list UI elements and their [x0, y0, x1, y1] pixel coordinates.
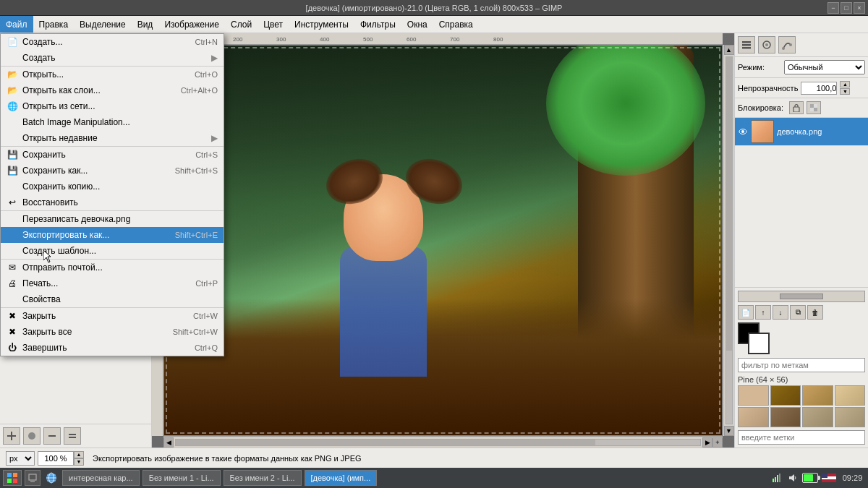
menu-open-location-item[interactable]: 🌐 Открыть из сети...	[1, 98, 224, 114]
h-scroll-track[interactable]	[175, 439, 701, 446]
menu-recent-item[interactable]: Открыть недавние ▶	[1, 130, 224, 146]
menu-open-item[interactable]: 📂 Открыть... Ctrl+O	[1, 67, 224, 82]
layer-item[interactable]: девочка.png	[735, 118, 868, 146]
mode-select[interactable]: Обычный Растворение Умножение	[784, 60, 865, 74]
layers-scroll-area[interactable]	[738, 291, 865, 302]
layer-dup-btn[interactable]: ⧉	[790, 305, 806, 320]
layer-lower-btn[interactable]: ↓	[773, 305, 788, 320]
network-icon[interactable]	[770, 471, 783, 484]
menu-quit-item[interactable]: ⏻ Завершить Ctrl+Q	[1, 340, 224, 356]
unit-select[interactable]: px mm	[6, 451, 35, 466]
close-button[interactable]: ×	[854, 2, 865, 14]
h-scrollbar[interactable]: ◀ ▶ +	[163, 436, 723, 448]
taskbar-show-desktop[interactable]	[25, 470, 41, 486]
opacity-input[interactable]	[801, 82, 837, 95]
svg-rect-17	[814, 108, 817, 111]
menu-filters[interactable]: Фильтры	[354, 16, 401, 33]
layers-area: девочка.png	[735, 118, 868, 287]
layer-visibility-icon[interactable]	[738, 127, 748, 137]
add-layer-btn[interactable]	[3, 427, 20, 445]
menu-file[interactable]: Файл	[0, 16, 33, 33]
taskbar-browser-icon[interactable]	[43, 470, 59, 486]
texture-cell-6[interactable]	[770, 407, 801, 427]
menu-layer[interactable]: Слой	[225, 16, 258, 33]
menu-save-as-item[interactable]: 💾 Сохранить как... Shift+Ctrl+S	[1, 163, 224, 179]
paths-btn[interactable]	[778, 36, 796, 53]
start-button[interactable]	[3, 470, 22, 486]
menu-properties-item[interactable]: Свойства	[1, 291, 224, 307]
menu-view[interactable]: Вид	[132, 16, 159, 33]
menu-save-item[interactable]: 💾 Сохранить Ctrl+S	[1, 147, 224, 163]
menu-close-all-item[interactable]: ✖ Закрыть все Shift+Ctrl+W	[1, 324, 224, 340]
tags-input[interactable]	[738, 430, 865, 445]
lock-alpha-btn[interactable]	[807, 101, 821, 114]
menu-print-item[interactable]: 🖨 Печать... Ctrl+P	[1, 275, 224, 291]
menu-revert-item[interactable]: ↩ Восстановить	[1, 194, 224, 210]
menu-export-as-item[interactable]: Экспортировать как... Shift+Ctrl+E	[1, 227, 224, 243]
menu-save-copy-item[interactable]: Сохранить копию...	[1, 179, 224, 194]
svg-rect-35	[775, 477, 776, 482]
ruler-mark-700: 700	[450, 36, 459, 43]
menu-help[interactable]: Справка	[433, 16, 479, 33]
zoom-up-btn[interactable]: ▲	[74, 451, 84, 458]
taskbar-clock: 09:29	[840, 474, 865, 482]
menu-batch-item[interactable]: Batch Image Manipulation...	[1, 114, 224, 130]
speaker-icon[interactable]	[786, 471, 799, 484]
v-scroll-down[interactable]: ▼	[724, 426, 734, 436]
brush-btn[interactable]	[23, 427, 41, 445]
layers-btn[interactable]	[738, 36, 755, 53]
taskbar-item-3[interactable]: Без имени 2 - Li...	[224, 470, 302, 486]
background-color[interactable]	[748, 333, 770, 354]
maximize-button[interactable]: □	[841, 2, 852, 14]
taskbar-item-1[interactable]: интересная кар...	[62, 470, 140, 486]
v-scroll-up[interactable]: ▲	[724, 45, 734, 55]
menu-overwrite-item[interactable]: Перезаписать девочка.png	[1, 211, 224, 227]
menu-close-item[interactable]: ✖ Закрыть Ctrl+W	[1, 308, 224, 324]
taskbar-item-4[interactable]: [девочка] (имп...	[305, 470, 378, 486]
menu-tools[interactable]: Инструменты	[289, 16, 354, 33]
texture-cell-5[interactable]	[738, 407, 769, 427]
menu-select[interactable]: Выделение	[74, 16, 132, 33]
menu-edit[interactable]: Правка	[33, 16, 75, 33]
open-layers-icon: 📂	[5, 83, 20, 98]
delete-btn[interactable]	[43, 427, 61, 445]
menu-create-arrow-item[interactable]: Создать ▶	[1, 50, 224, 66]
layers-scrollbar-thumb[interactable]	[780, 294, 823, 299]
taskbar-item-2[interactable]: Без имени 1 - Li...	[142, 470, 221, 486]
zoom-input[interactable]	[38, 451, 74, 466]
texture-cell-2[interactable]	[770, 385, 801, 406]
menu-create-item[interactable]: 📄 Создать... Ctrl+N	[1, 34, 224, 50]
language-icon[interactable]	[821, 472, 837, 484]
layer-new-btn[interactable]: 📄	[738, 305, 754, 320]
v-scrollbar[interactable]: ▲ ▼	[723, 45, 734, 436]
texture-cell-8[interactable]	[835, 407, 866, 427]
opacity-up[interactable]: ▲	[840, 81, 850, 87]
texture-cell-1[interactable]	[738, 385, 769, 406]
minimize-button[interactable]: −	[827, 2, 839, 14]
lock-pixels-btn[interactable]	[789, 101, 804, 114]
h-scroll-left[interactable]: ◀	[163, 437, 174, 448]
menu-create-template-item[interactable]: Создать шаблон...	[1, 243, 224, 259]
h-scroll-corner[interactable]: +	[712, 437, 723, 448]
h-scroll-right[interactable]: ▶	[702, 437, 712, 448]
menu-send-mail-item[interactable]: ✉ Отправить почтой...	[1, 260, 224, 275]
battery-icon[interactable]	[802, 473, 818, 483]
texture-cell-4[interactable]	[835, 385, 866, 406]
layer-raise-btn[interactable]: ↑	[755, 305, 771, 320]
menu-color[interactable]: Цвет	[258, 16, 289, 33]
channels-btn[interactable]	[758, 36, 775, 53]
layer-btn[interactable]	[64, 427, 81, 445]
opacity-down[interactable]: ▼	[840, 88, 850, 95]
zoom-down-btn[interactable]: ▼	[74, 458, 84, 466]
texture-cell-3[interactable]	[802, 385, 833, 406]
texture-cell-7[interactable]	[802, 407, 833, 427]
layer-del-btn[interactable]: 🗑	[807, 305, 823, 320]
menu-image[interactable]: Изображение	[158, 16, 225, 33]
textures-filter-input[interactable]	[738, 358, 865, 372]
h-scroll-thumb[interactable]	[176, 440, 595, 445]
v-scroll-thumb[interactable]	[726, 57, 732, 351]
ruler-mark-600: 600	[407, 36, 416, 43]
menu-windows[interactable]: Окна	[401, 16, 433, 33]
v-scroll-track[interactable]	[726, 56, 733, 424]
menu-open-layers-item[interactable]: 📂 Открыть как слои... Ctrl+Alt+O	[1, 82, 224, 98]
